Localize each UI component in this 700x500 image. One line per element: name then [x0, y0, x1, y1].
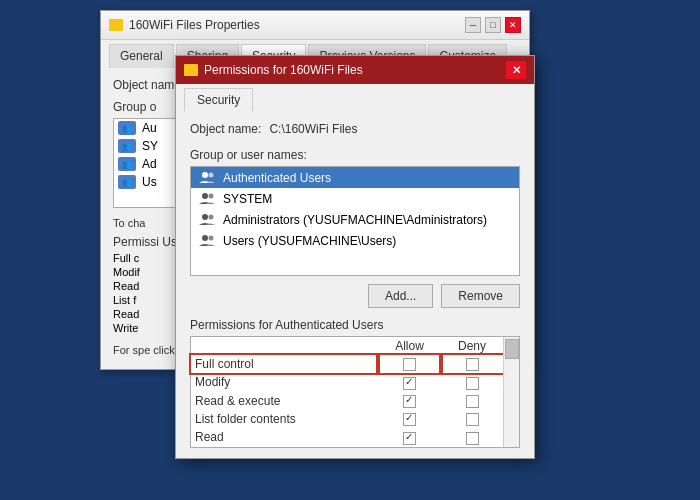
user-system-icon: [197, 191, 217, 206]
svg-point-4: [209, 194, 214, 199]
perm-row-full: Full control: [191, 355, 503, 373]
perm-deny-read[interactable]: [441, 428, 503, 446]
user-icon-us: 👥: [118, 175, 136, 189]
perm-name-read-execute: Read & execute: [191, 392, 378, 410]
perm-name-modify: Modify: [191, 373, 378, 391]
dialog-object-value: C:\160WiFi Files: [269, 122, 357, 136]
perm-row-read-execute: Read & execute: [191, 392, 503, 410]
tab-general[interactable]: General: [109, 44, 174, 68]
perm-col-deny: Deny: [441, 337, 503, 355]
bg-perm-read2-name: Read: [113, 308, 139, 320]
svg-point-6: [209, 215, 214, 220]
perm-deny-full[interactable]: [441, 355, 503, 373]
perm-row-read: Read: [191, 428, 503, 446]
scrollbar-track[interactable]: [503, 337, 519, 447]
bg-user-sy-label: SY: [142, 139, 158, 153]
add-button[interactable]: Add...: [368, 284, 433, 308]
perm-col-name: [191, 337, 378, 355]
perm-name-full: Full control: [191, 355, 378, 373]
svg-point-3: [202, 193, 208, 199]
dialog-titlebar: Permissions for 160WiFi Files ✕: [176, 56, 534, 84]
user-admin-icon: [197, 212, 217, 227]
perm-row-list: List folder contents: [191, 410, 503, 428]
dialog-user-system-label: SYSTEM: [223, 192, 272, 206]
perm-col-allow: Allow: [378, 337, 441, 355]
dialog-content: Object name: C:\160WiFi Files Group or u…: [176, 112, 534, 458]
bg-titlebar: 160WiFi Files Properties ─ □ ✕: [101, 11, 529, 40]
dialog-button-row: Add... Remove: [190, 284, 520, 308]
dialog-user-authenticated[interactable]: Authenticated Users: [191, 167, 519, 188]
perm-name-read: Read: [191, 428, 378, 446]
checkbox-allow-read-execute[interactable]: [403, 395, 416, 408]
dialog-user-users[interactable]: Users (YUSUFMACHINE\Users): [191, 230, 519, 251]
bg-perm-read-name: Read: [113, 280, 139, 292]
user-users-icon: [197, 233, 217, 248]
user-icon-ad: 👥: [118, 157, 136, 171]
dialog-user-system[interactable]: SYSTEM: [191, 188, 519, 209]
dialog-group-label: Group or user names:: [190, 148, 520, 162]
remove-button[interactable]: Remove: [441, 284, 520, 308]
dialog-object-row: Object name: C:\160WiFi Files: [190, 122, 520, 136]
scrollbar-thumb[interactable]: [505, 339, 519, 359]
perm-deny-modify[interactable]: [441, 373, 503, 391]
bg-user-ad-label: Ad: [142, 157, 157, 171]
checkbox-deny-read-execute[interactable]: [466, 395, 479, 408]
user-group-icon: [197, 170, 217, 185]
dialog-close-button[interactable]: ✕: [506, 61, 526, 79]
bg-object-label: Object name:: [113, 78, 184, 92]
dialog-title-text: Permissions for 160WiFi Files: [204, 63, 363, 77]
checkbox-deny-list[interactable]: [466, 413, 479, 426]
user-icon-sy: 👥: [118, 139, 136, 153]
dialog-object-label: Object name:: [190, 122, 261, 136]
dialog-perm-table-wrapper: Allow Deny Full control Modify: [190, 336, 520, 448]
perm-row-modify: Modify: [191, 373, 503, 391]
perm-deny-list[interactable]: [441, 410, 503, 428]
dialog-user-administrators[interactable]: Administrators (YUSUFMACHINE\Administrat…: [191, 209, 519, 230]
bg-perm-write-name: Write: [113, 322, 138, 334]
svg-point-7: [202, 235, 208, 241]
checkbox-deny-modify[interactable]: [466, 377, 479, 390]
perm-name-list: List folder contents: [191, 410, 378, 428]
perm-allow-read-execute[interactable]: [378, 392, 441, 410]
checkbox-allow-list[interactable]: [403, 413, 416, 426]
bg-user-au-label: Au: [142, 121, 157, 135]
dialog-title-area: Permissions for 160WiFi Files: [184, 63, 363, 77]
checkbox-deny-full[interactable]: [466, 358, 479, 371]
dialog-tab-security[interactable]: Security: [184, 88, 253, 112]
permissions-dialog: Permissions for 160WiFi Files ✕ Security…: [175, 55, 535, 459]
perm-allow-list[interactable]: [378, 410, 441, 428]
svg-point-5: [202, 214, 208, 220]
svg-point-8: [209, 236, 214, 241]
dialog-permissions-label: Permissions for Authenticated Users: [190, 318, 520, 332]
bg-perm-modify-name: Modif: [113, 266, 140, 278]
user-icon-au: 👥: [118, 121, 136, 135]
bg-perm-full-name: Full c: [113, 252, 139, 264]
bg-title-area: 160WiFi Files Properties: [109, 18, 260, 32]
close-button[interactable]: ✕: [505, 17, 521, 33]
perm-deny-read-execute[interactable]: [441, 392, 503, 410]
folder-icon: [109, 19, 123, 31]
svg-point-1: [202, 172, 208, 178]
checkbox-allow-modify[interactable]: [403, 377, 416, 390]
dialog-folder-icon: [184, 64, 198, 76]
checkbox-allow-full[interactable]: [403, 358, 416, 371]
dialog-user-list: Authenticated Users SYSTEM Admin: [190, 166, 520, 276]
dialog-user-users-label: Users (YUSUFMACHINE\Users): [223, 234, 396, 248]
dialog-tabs: Security: [176, 84, 534, 112]
svg-point-2: [209, 173, 214, 178]
bg-titlebar-controls: ─ □ ✕: [465, 17, 521, 33]
minimize-button[interactable]: ─: [465, 17, 481, 33]
dialog-user-admin-label: Administrators (YUSUFMACHINE\Administrat…: [223, 213, 487, 227]
bg-window-title-text: 160WiFi Files Properties: [129, 18, 260, 32]
dialog-user-authenticated-label: Authenticated Users: [223, 171, 331, 185]
dialog-perm-table: Allow Deny Full control Modify: [191, 337, 503, 447]
maximize-button[interactable]: □: [485, 17, 501, 33]
bg-user-us-label: Us: [142, 175, 157, 189]
checkbox-deny-read[interactable]: [466, 432, 479, 445]
bg-perm-list-name: List f: [113, 294, 136, 306]
perm-allow-modify[interactable]: [378, 373, 441, 391]
checkbox-allow-read[interactable]: [403, 432, 416, 445]
perm-allow-full[interactable]: [378, 355, 441, 373]
perm-allow-read[interactable]: [378, 428, 441, 446]
